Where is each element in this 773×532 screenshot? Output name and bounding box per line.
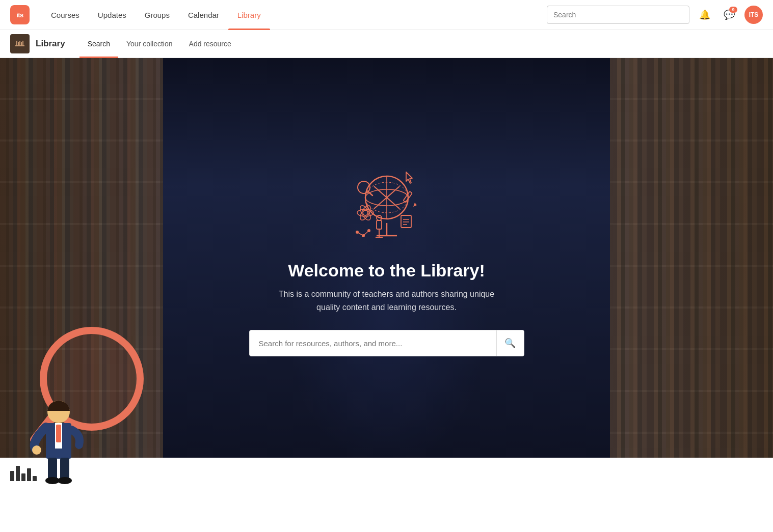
svg-rect-19: [401, 215, 411, 228]
nav-courses[interactable]: Courses: [42, 0, 89, 30]
messages-badge: 9: [729, 7, 737, 13]
bell-icon: 🔔: [699, 9, 710, 20]
messages-button[interactable]: 💬 9: [720, 6, 738, 24]
nav-links: Courses Updates Groups Calendar Library: [42, 0, 547, 30]
user-avatar[interactable]: ITS: [744, 6, 763, 24]
hero-illustration: [331, 147, 443, 248]
sub-navigation: Library Search Your collection Add resou…: [0, 30, 773, 58]
nav-right-actions: 🔔 💬 9 ITS: [547, 6, 763, 24]
hero-search-input[interactable]: [250, 330, 496, 356]
hero-title: Welcome to the Library!: [288, 261, 485, 281]
hero-section: Welcome to the Library! This is a commun…: [0, 58, 773, 486]
svg-rect-4: [21, 42, 22, 45]
svg-rect-1: [16, 41, 17, 45]
global-search-input[interactable]: [547, 6, 689, 24]
nav-calendar[interactable]: Calendar: [179, 0, 228, 30]
svg-point-45: [58, 477, 72, 484]
svg-rect-0: [15, 45, 24, 46]
hero-search-button[interactable]: 🔍: [496, 330, 524, 356]
svg-rect-41: [56, 425, 61, 442]
notifications-button[interactable]: 🔔: [696, 6, 714, 24]
nav-library[interactable]: Library: [228, 0, 270, 30]
nav-updates[interactable]: Updates: [89, 0, 136, 30]
subnav-search[interactable]: Search: [79, 30, 118, 58]
nav-groups[interactable]: Groups: [136, 0, 179, 30]
svg-line-35: [363, 231, 369, 236]
section-title: Library: [36, 39, 65, 49]
svg-point-46: [32, 445, 41, 455]
top-navigation: its Courses Updates Groups Calendar Libr…: [0, 0, 773, 30]
magnifier-person-illustration: [10, 313, 153, 486]
search-icon: 🔍: [504, 338, 516, 349]
hero-subtitle: This is a community of teachers and auth…: [275, 288, 499, 314]
svg-rect-3: [19, 41, 20, 45]
svg-marker-16: [406, 172, 412, 183]
svg-line-34: [357, 232, 363, 236]
svg-point-23: [363, 210, 368, 215]
svg-rect-5: [22, 41, 23, 45]
subnav-add-resource[interactable]: Add resource: [181, 30, 239, 58]
library-icon: [10, 34, 30, 53]
svg-rect-29: [377, 220, 382, 229]
hero-content: Welcome to the Library! This is a commun…: [249, 147, 524, 356]
shelf-right: [610, 58, 773, 486]
svg-rect-2: [18, 42, 19, 45]
svg-marker-18: [413, 203, 417, 207]
subnav-your-collection[interactable]: Your collection: [118, 30, 181, 58]
app-logo[interactable]: its: [10, 5, 30, 24]
hero-search-container: 🔍: [249, 330, 524, 356]
svg-point-44: [45, 477, 60, 484]
